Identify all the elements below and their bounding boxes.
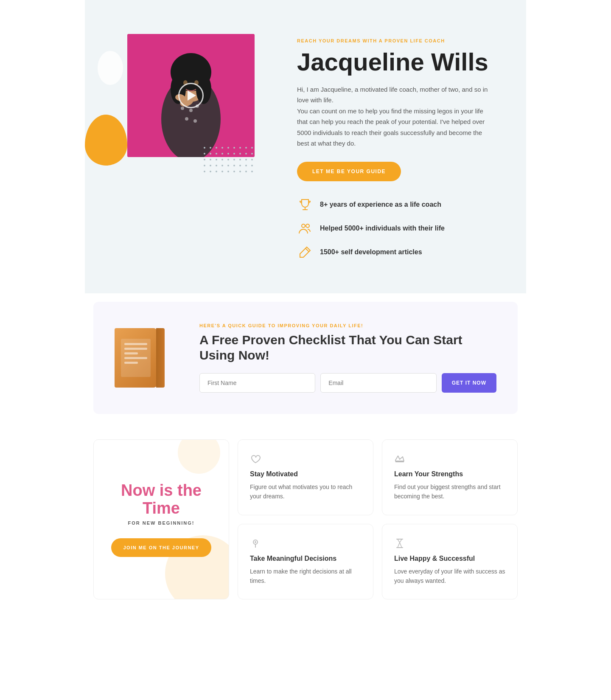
hourglass-icon: [394, 538, 505, 549]
feature-card-decisions: Take Meaningful Decisions Learn to make …: [238, 524, 373, 600]
trophy-icon: [297, 197, 313, 213]
email-input[interactable]: [320, 373, 436, 393]
book-line: [124, 357, 147, 359]
svg-point-18: [306, 224, 309, 228]
hero-image: [127, 34, 255, 157]
svg-point-8: [181, 107, 184, 110]
svg-point-9: [189, 109, 193, 112]
heart-icon: [250, 453, 361, 464]
feature-title-strengths: Learn Your Strengths: [394, 470, 505, 478]
svg-point-17: [302, 224, 305, 228]
white-blob-decoration: [98, 51, 123, 85]
book-line: [124, 343, 147, 345]
hero-left: [85, 25, 272, 157]
feature-desc-motivated: Figure out what motivates you to reach y…: [250, 482, 361, 501]
play-button[interactable]: [178, 83, 204, 108]
feature-title-decisions: Take Meaningful Decisions: [250, 555, 361, 562]
cta-subheadline: FOR NEW BEGINNING!: [128, 520, 195, 526]
feature-card-stay-motivated: Stay Motivated Figure out what motivates…: [238, 439, 373, 515]
stats-list: 8+ years of experience as a life coach H…: [297, 197, 509, 260]
hero-right: REACH YOUR DREAMS WITH A PROVEN LIFE COA…: [272, 25, 509, 268]
get-it-now-button[interactable]: GET IT NOW: [442, 373, 496, 393]
people-icon: [297, 220, 313, 236]
book-line: [124, 352, 138, 354]
feature-title-happy: Live Happy & Successful: [394, 555, 505, 562]
feature-desc-decisions: Learn to make the right decisions at all…: [250, 567, 361, 586]
checklist-tag: HERE'S A QUICK GUIDE TO IMPROVING YOUR D…: [199, 323, 496, 328]
feature-card-happy: Live Happy & Successful Love everyday of…: [382, 524, 518, 600]
feature-title-motivated: Stay Motivated: [250, 470, 361, 478]
checklist-section: HERE'S A QUICK GUIDE TO IMPROVING YOUR D…: [93, 302, 518, 414]
checklist-title: A Free Proven Checklist That You Can Sta…: [199, 332, 496, 363]
book-main: [115, 328, 157, 388]
features-section: Stay Motivated Figure out what motivates…: [85, 422, 526, 617]
feature-desc-strengths: Find out your biggest strengths and star…: [394, 482, 505, 501]
cta-card: Now is the Time FOR NEW BEGINNING! JOIN …: [93, 439, 229, 600]
checklist-form: GET IT NOW: [199, 373, 496, 393]
feature-desc-happy: Love everyday of your life with success …: [394, 567, 505, 586]
book-visual: [115, 328, 182, 388]
book-inner: [121, 339, 151, 377]
checklist-content: HERE'S A QUICK GUIDE TO IMPROVING YOUR D…: [199, 323, 496, 393]
feature-card-learn-strengths: Learn Your Strengths Find out your bigge…: [382, 439, 518, 515]
stats-item-experience: 8+ years of experience as a life coach: [297, 197, 509, 213]
hero-subtitle: REACH YOUR DREAMS WITH A PROVEN LIFE COA…: [297, 38, 509, 43]
cta-headline: Now is the Time: [106, 482, 217, 517]
svg-point-11: [185, 117, 188, 121]
hero-image-wrapper: [127, 34, 255, 157]
hero-section: REACH YOUR DREAMS WITH A PROVEN LIFE COA…: [85, 0, 526, 293]
hero-description: Hi, I am Jacqueline, a motivated life co…: [297, 84, 488, 149]
book-line: [124, 348, 147, 350]
hero-name: Jacqueline Wills: [297, 48, 509, 76]
book-side: [156, 328, 165, 388]
pencil-icon: [297, 244, 313, 260]
crown-icon: [394, 453, 505, 464]
play-triangle-icon: [188, 90, 196, 101]
pin-icon: [250, 538, 361, 549]
stats-item-articles: 1500+ self development articles: [297, 244, 509, 260]
stats-item-individuals: Helped 5000+ individuals with their life: [297, 220, 509, 236]
orange-blob-decoration: [85, 115, 127, 166]
cta-blob2: [178, 439, 220, 474]
join-journey-button[interactable]: JOIN ME ON THE JOURNEY: [111, 538, 211, 557]
let-me-be-guide-button[interactable]: LET ME BE YOUR GUIDE: [297, 162, 401, 181]
svg-point-12: [193, 119, 197, 123]
firstname-input[interactable]: [199, 373, 315, 393]
dot-grid-decoration: [204, 147, 255, 174]
svg-point-22: [255, 541, 256, 543]
book-line: [124, 362, 138, 364]
